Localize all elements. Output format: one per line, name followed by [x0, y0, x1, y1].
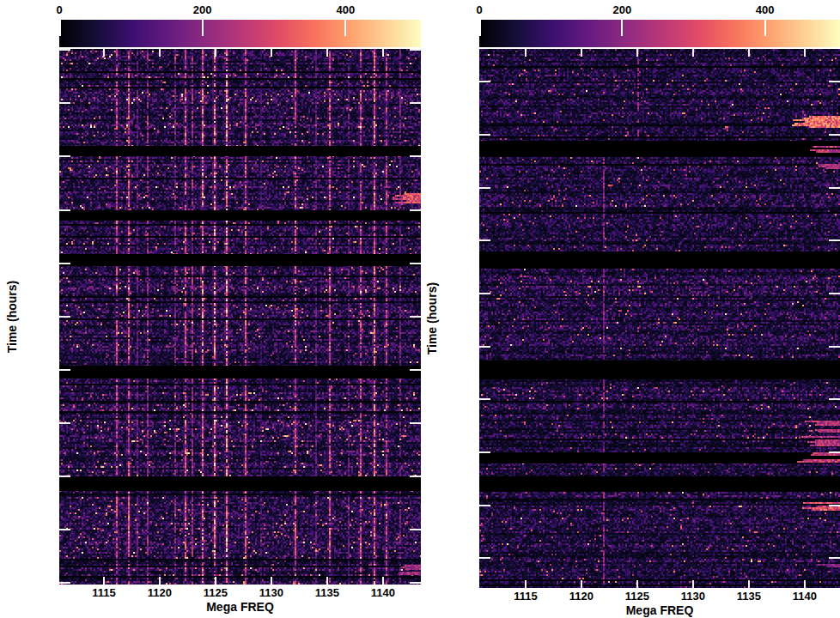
- spectrogram-canvas: [59, 49, 421, 585]
- colorbar: [59, 20, 421, 47]
- colorbar-tick-label: 400: [337, 4, 356, 16]
- y-axis-label: Time (hours): [425, 282, 439, 355]
- x-tick-label: 1115: [514, 591, 538, 603]
- x-tick-label: 1115: [92, 587, 116, 599]
- colorbar-tick: [59, 20, 61, 36]
- colorbar-tick-label: 0: [476, 4, 482, 16]
- colorbar-tick: [479, 20, 481, 36]
- page-root: { "page": {"background": "#ffffff"}, "ch…: [0, 0, 840, 618]
- colorbar-tick: [764, 20, 766, 36]
- colorbar: [479, 20, 840, 47]
- y-axis-label: Time (hours): [5, 281, 19, 354]
- x-tick-label: 1130: [259, 587, 283, 599]
- x-tick-label: 1135: [737, 591, 761, 603]
- x-tick-label: 1140: [371, 587, 395, 599]
- x-tick-label: 1135: [315, 587, 339, 599]
- x-tick-label: 1120: [148, 587, 172, 599]
- spectrogram-canvas: [479, 49, 840, 588]
- colorbar-tick-label: 200: [193, 4, 212, 16]
- x-axis-label: Mega FREQ: [626, 603, 694, 617]
- x-tick-label: 1120: [569, 591, 593, 603]
- x-tick-label: 1140: [793, 591, 817, 603]
- colorbar-tick-label: 200: [612, 4, 631, 16]
- x-tick-label: 1125: [625, 591, 649, 603]
- colorbar-tick: [202, 20, 204, 36]
- x-axis-label: Mega FREQ: [206, 600, 274, 614]
- x-tick-label: 1125: [204, 587, 228, 599]
- colorbar-tick-label: 400: [756, 4, 775, 16]
- colorbar-tick-label: 0: [56, 4, 62, 16]
- colorbar-tick: [621, 20, 623, 36]
- x-tick-label: 1130: [681, 591, 705, 603]
- colorbar-tick: [344, 20, 346, 36]
